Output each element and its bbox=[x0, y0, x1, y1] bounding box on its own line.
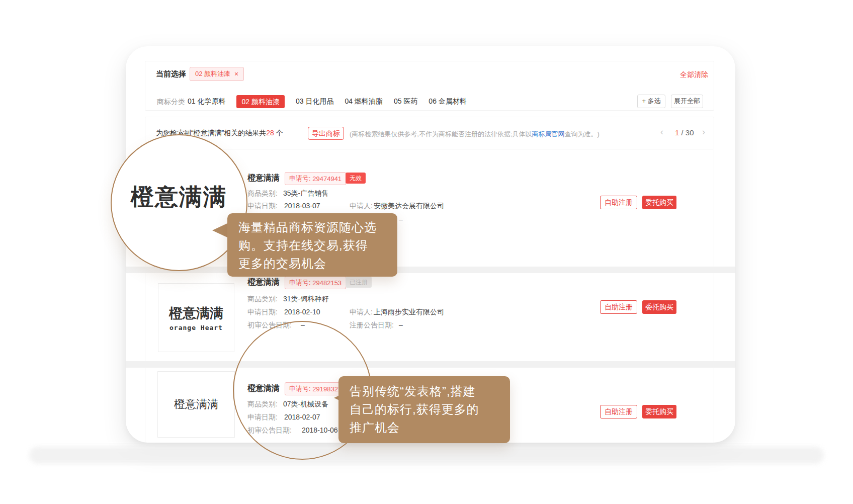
category-item-06[interactable]: 06 金属材料 bbox=[429, 97, 466, 106]
multi-select-button[interactable]: + 多选 bbox=[637, 95, 665, 108]
applicant-value: 安徽美达会展有限公司 bbox=[374, 202, 444, 211]
pagination-separator: / bbox=[681, 128, 684, 137]
expand-all-button[interactable]: 展开全部 bbox=[671, 95, 703, 108]
application-number-value: 29482153 bbox=[312, 279, 342, 287]
trademark-thumbnail[interactable]: 橙意满满 bbox=[157, 371, 235, 438]
trademark-office-link[interactable]: 商标局官网 bbox=[532, 130, 565, 138]
application-number-label: 申请号: bbox=[289, 278, 311, 287]
status-badge: 已注册 bbox=[346, 277, 372, 288]
trademark-name: 橙意满满 bbox=[247, 277, 280, 288]
marketing-tooltip-1: 海量精品商标资源随心选 购。支持在线交易,获得 更多的交易机会 bbox=[227, 213, 397, 277]
apply-date-value: 2018-03-07 bbox=[284, 202, 320, 210]
entrusted-buy-button[interactable]: 委托购买 bbox=[642, 405, 676, 418]
pagination-total: 30 bbox=[686, 128, 694, 137]
page-canvas: 当前选择 02 颜料油漆 × 全部清除 商标分类 01 化学原料 02 颜料油漆… bbox=[0, 0, 853, 504]
trademark-thumbnail[interactable]: 橙意满满 orange Heart bbox=[158, 283, 234, 352]
pagination-next-icon[interactable]: › bbox=[702, 127, 705, 137]
pagination-prev-icon[interactable]: ‹ bbox=[660, 127, 663, 137]
self-register-button[interactable]: 自助注册 bbox=[600, 405, 637, 418]
disclaimer-text-post: 查询为准。) bbox=[565, 130, 600, 138]
category-value: 35类-广告销售 bbox=[283, 189, 328, 198]
self-register-button[interactable]: 自助注册 bbox=[600, 300, 637, 314]
apply-date-label: 申请日期: bbox=[247, 202, 278, 211]
trademark-name: 橙意满满 bbox=[247, 173, 280, 184]
applicant-label: 申请人: bbox=[350, 308, 373, 317]
current-selection-label: 当前选择 bbox=[156, 69, 186, 79]
category-item-01[interactable]: 01 化学原料 bbox=[188, 97, 225, 106]
clear-all-button[interactable]: 全部清除 bbox=[680, 70, 708, 79]
category-label: 商品类别: bbox=[247, 189, 278, 198]
header-divider bbox=[145, 149, 713, 149]
selected-filter-chip[interactable]: 02 颜料油漆 × bbox=[190, 67, 244, 81]
entrusted-buy-button[interactable]: 委托购买 bbox=[642, 196, 676, 209]
thumbnail-text: 橙意满满 bbox=[169, 304, 223, 322]
results-count: 28 bbox=[266, 129, 274, 137]
thumbnail-text: 橙意满满 bbox=[174, 397, 218, 412]
pagination-indicator: 1 / 30 bbox=[675, 128, 694, 137]
self-register-button[interactable]: 自助注册 bbox=[600, 196, 637, 209]
applicant-value: 上海雨步实业有限公司 bbox=[374, 308, 444, 317]
category-item-03[interactable]: 03 日化用品 bbox=[296, 97, 333, 106]
category-bar-label: 商标分类 bbox=[157, 98, 185, 107]
applicant-label: 申请人: bbox=[350, 202, 373, 211]
application-number-tag: 申请号: 29474941 bbox=[285, 172, 346, 185]
reg-publish-value: – bbox=[399, 321, 403, 329]
thumbnail-subtext: orange Heart bbox=[169, 324, 223, 331]
results-disclaimer: (商标检索结果仅供参考,不作为商标能否注册的法律依据;具体以商标局官网查询为准。… bbox=[350, 130, 600, 139]
application-number-tag: 申请号: 29482153 bbox=[285, 276, 346, 289]
selected-filter-chip-label: 02 颜料油漆 bbox=[195, 69, 230, 78]
pagination-current: 1 bbox=[675, 128, 679, 137]
apply-date-value: 2018-02-10 bbox=[284, 308, 320, 316]
category-label: 商品类别: bbox=[247, 295, 278, 304]
window-base-shadow bbox=[29, 447, 824, 464]
row-separator bbox=[126, 267, 735, 273]
category-item-05[interactable]: 05 医药 bbox=[394, 97, 417, 106]
tooltip-arrow-left-icon bbox=[212, 223, 227, 237]
chip-close-icon[interactable]: × bbox=[234, 70, 238, 78]
disclaimer-text-pre: (商标检索结果仅供参考,不作为商标能否注册的法律依据;具体以 bbox=[350, 130, 532, 138]
status-badge: 无效 bbox=[346, 173, 366, 184]
reg-publish-value: – bbox=[399, 215, 403, 223]
marketing-tooltip-2: 告别传统“发表格”,搭建 自己的标行,获得更多的 推广机会 bbox=[338, 376, 510, 443]
category-item-04[interactable]: 04 燃料油脂 bbox=[345, 97, 382, 106]
results-count-unit: 个 bbox=[276, 129, 283, 137]
application-number-label: 申请号: bbox=[289, 174, 311, 183]
category-value: 31类-饲料种籽 bbox=[283, 295, 328, 304]
apply-date-label: 申请日期: bbox=[247, 308, 278, 317]
application-number-value: 29474941 bbox=[312, 175, 342, 183]
category-item-02-selected[interactable]: 02 颜料油漆 bbox=[236, 95, 284, 108]
category-bar: 01 化学原料 02 颜料油漆 03 日化用品 04 燃料油脂 05 医药 06… bbox=[188, 95, 467, 108]
export-trademark-button[interactable]: 导出商标 bbox=[308, 127, 344, 140]
entrusted-buy-button[interactable]: 委托购买 bbox=[642, 300, 676, 314]
row-separator bbox=[126, 361, 735, 368]
lens-trademark-text: 橙意满满 bbox=[131, 182, 227, 213]
reg-publish-label: 注册公告日期: bbox=[350, 321, 394, 330]
